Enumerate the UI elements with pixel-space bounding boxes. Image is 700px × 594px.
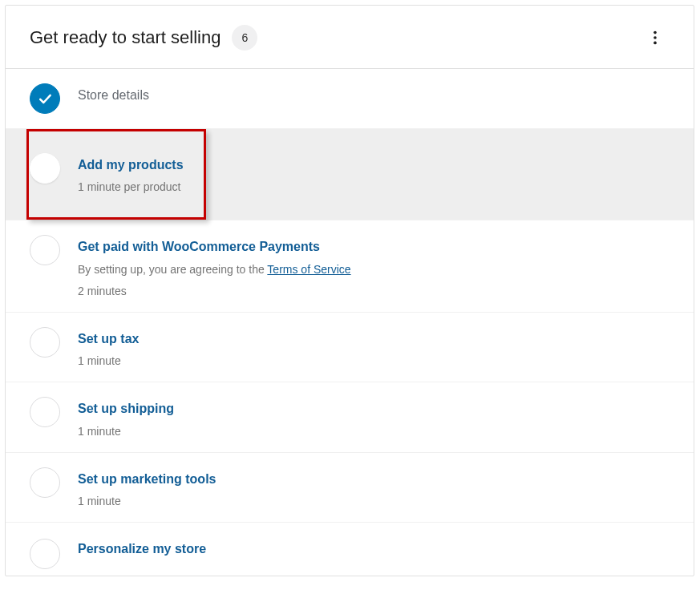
status-empty-icon	[30, 539, 60, 569]
svg-point-0	[653, 31, 657, 34]
task-get-paid[interactable]: Get paid with WooCommerce Payments By se…	[6, 220, 694, 312]
svg-point-1	[653, 36, 657, 39]
checkmark-icon	[37, 91, 53, 107]
task-set-up-shipping[interactable]: Set up shipping 1 minute	[6, 382, 694, 452]
task-store-details[interactable]: Store details	[6, 69, 694, 129]
svg-point-2	[653, 42, 657, 45]
card-title: Get ready to start selling	[30, 27, 221, 48]
task-title: Store details	[78, 87, 670, 104]
status-complete-icon	[30, 83, 60, 114]
status-empty-icon	[30, 235, 60, 265]
task-title: Set up shipping	[78, 400, 670, 418]
more-options-button[interactable]	[641, 23, 670, 52]
task-time: 1 minute	[78, 425, 670, 438]
task-marketing-tools[interactable]: Set up marketing tools 1 minute	[6, 453, 694, 523]
vertical-dots-icon	[646, 29, 664, 46]
task-personalize-store[interactable]: Personalize my store	[6, 523, 694, 576]
task-time: 1 minute	[78, 354, 670, 367]
task-title: Add my products	[78, 156, 670, 174]
status-empty-icon	[30, 153, 60, 184]
task-title: Personalize my store	[78, 540, 670, 558]
status-empty-icon	[30, 327, 60, 358]
task-title: Set up marketing tools	[78, 471, 670, 488]
task-set-up-tax[interactable]: Set up tax 1 minute	[6, 313, 694, 382]
task-time: 1 minute	[78, 495, 670, 507]
onboarding-card: Get ready to start selling 6 Store detai…	[5, 5, 694, 576]
task-subtitle: By setting up, you are agreeing to the T…	[78, 261, 670, 278]
task-title: Get paid with WooCommerce Payments	[78, 238, 670, 256]
status-empty-icon	[30, 397, 60, 427]
status-empty-icon	[30, 467, 60, 498]
task-subtitle: 1 minute per product	[78, 179, 670, 196]
card-header: Get ready to start selling 6	[6, 6, 694, 69]
task-count-badge: 6	[232, 25, 257, 51]
task-add-products[interactable]: Add my products 1 minute per product	[6, 129, 694, 220]
task-title: Set up tax	[78, 330, 670, 348]
subtitle-prefix: By setting up, you are agreeing to the	[78, 263, 267, 276]
task-time: 2 minutes	[78, 285, 670, 297]
terms-of-service-link[interactable]: Terms of Service	[267, 263, 350, 276]
task-list: Store details Add my products 1 minute p…	[6, 69, 694, 576]
